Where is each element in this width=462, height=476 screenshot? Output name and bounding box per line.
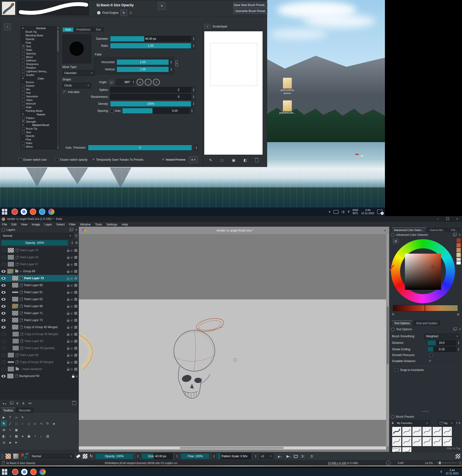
app-chrome[interactable] [21,469,27,475]
layer-lock-icon[interactable] [67,313,69,315]
instant-preview-checkbox[interactable] [162,158,165,161]
brush-option-item[interactable]: Mirror [21,55,57,59]
angle-spinbox[interactable]: 360° ▲▼ [116,79,135,85]
presets-menu-button[interactable]: ≡▼ [189,156,198,163]
eraser-switch-size-checkbox[interactable] [18,158,22,162]
layer-inherit-alpha-icon[interactable] [74,312,77,315]
layer-alpha-icon[interactable]: α [71,249,72,252]
bucket-icon[interactable]: ◧ [242,157,249,163]
rectangle-tool-icon[interactable]: □ [14,421,19,426]
fade-vertical-spinner[interactable]: ▲▼ [170,67,173,72]
vertical-scrollbar[interactable] [386,234,389,446]
tab-advanced-color-selector[interactable]: Advanced Color Selec... [391,227,426,232]
layer-alpha-icon[interactable]: α [71,332,72,336]
add-layer-button[interactable]: +▼ [2,401,7,405]
brush-option-item[interactable]: Ratio [21,141,57,145]
diameter-slider[interactable]: 40.00 px [110,36,191,42]
calligraphy-tool-icon[interactable]: ✎ [20,414,26,420]
layer-alpha-icon[interactable]: α [71,318,72,322]
color-selector-settings-button[interactable]: ⊟ [393,239,399,244]
layer-lock-icon[interactable] [67,341,69,343]
rect-icon[interactable]: □ [218,157,226,163]
tray-chevron-icon[interactable]: ∧ [329,210,331,213]
color-sampler-tool-icon[interactable]: ◑ [7,433,13,439]
menu-image[interactable]: Image [30,222,43,227]
precision-slider[interactable]: 5 [88,145,192,151]
layer-row[interactable]: Paint Layer 61α [0,289,78,296]
layer-alpha-icon[interactable]: α [71,353,72,357]
measure-tool-icon[interactable]: ∟ [39,433,44,439]
line-tool-icon[interactable]: ╱ [7,421,13,426]
layer-alpha-icon[interactable]: α [71,340,72,343]
option-list-scrollbar[interactable]: ▲ ▼ [56,26,60,149]
dynamic-brush-tool-icon[interactable]: ↻ [45,421,51,426]
density-slider[interactable]: 100% [110,101,191,107]
transform-tool-icon[interactable]: ⊞ [1,427,7,433]
pen-icon[interactable]: ✎ [346,210,351,214]
refresh-colors-icon[interactable]: ↻ [392,313,394,316]
brush-preset-thumbnail[interactable] [432,427,442,436]
menu-settings[interactable]: Settings [104,222,120,227]
bezier-tool-icon[interactable]: ∿ [39,421,44,426]
layer-visibility-toggle[interactable] [1,291,6,294]
chevron-collapsed-icon[interactable]: › [20,368,21,371]
duplicate-layer-button[interactable] [10,402,13,404]
precision-spinner[interactable]: ▲▼ [195,145,198,151]
layer-alpha-icon[interactable]: α [71,305,72,308]
spacing-auto-checkbox[interactable] [110,109,113,112]
reset-rotation-icon[interactable]: ↔ [386,461,391,465]
close-canvas-icon[interactable]: × [384,228,386,232]
float-dock-icon[interactable] [453,328,456,331]
app-krita[interactable] [40,469,46,475]
layer-opacity-spinner[interactable]: ▲▼ [71,240,74,246]
fill-rect-icon[interactable]: ▣ [230,157,237,163]
distance-spinner[interactable]: ▲▼ [457,340,460,345]
brush-preset-thumbnail[interactable] [422,427,432,436]
brush-option-item[interactable]: Blending Mode [21,34,57,37]
layer-alpha-icon[interactable]: α [71,360,72,364]
option-section-header[interactable]: ▼General [21,26,57,30]
tab-auto[interactable]: Auto [62,27,74,32]
spacing-spinner[interactable]: ▲▼ [190,108,194,114]
scratchpad-back-button[interactable]: ‹ [204,24,211,29]
layer-visibility-toggle[interactable] [1,312,6,314]
pattern-swatch[interactable] [5,453,11,459]
chevron-expanded-icon[interactable]: ∨ [20,270,22,273]
option-checkbox[interactable] [22,63,25,66]
history-swatch[interactable] [456,248,461,253]
scratchpad-canvas[interactable] [204,31,263,155]
snapshot-icon[interactable]: S: [299,454,306,458]
brush-preset-thumbnail[interactable] [2,1,15,15]
layer-visibility-toggle[interactable] [1,361,6,364]
brush-preset-thumbnail[interactable] [432,437,442,446]
layer-lock-icon[interactable] [67,285,69,287]
eraser-switch-opacity-checkbox[interactable] [55,158,59,162]
notifications-button[interactable]: 1 [377,210,383,214]
layer-row[interactable]: Paint Layer 62α [0,296,78,303]
layer-visibility-toggle[interactable] [1,249,6,252]
desktop-icon[interactable]: getEASDBb... [276,100,298,114]
minimize-button[interactable]: – [433,217,443,221]
tab-text[interactable]: Text [93,27,103,32]
edit-shapes-tool-icon[interactable]: ▱ [14,414,19,420]
scalable-distance-checkbox[interactable] [429,360,432,363]
move-layer-down-button[interactable]: ∨ [16,401,19,405]
filter-layers-icon[interactable]: ▽ [75,234,77,238]
brush-option-item[interactable]: Value [21,98,57,102]
move-tool-icon[interactable]: + [7,427,13,433]
layer-lock-icon[interactable] [67,334,69,336]
toolbar-opacity-spinner[interactable]: ▲▼ [136,453,139,459]
layer-row[interactable]: Paint Layer 69α [0,352,78,359]
trash-icon[interactable] [253,157,260,163]
layer-lock-icon[interactable] [67,250,69,252]
layer-blend-mode-dropdown[interactable]: Normal▼ [1,233,73,239]
foreground-background-colors[interactable]: ⇄ [21,453,28,459]
layer-alpha-icon[interactable]: α [71,298,72,301]
zoom-tool-icon[interactable]: ◈ [7,439,13,445]
brush-option-item[interactable]: Sharpness [21,62,57,66]
layer-alpha-icon[interactable]: α [76,374,77,378]
zoom-menu-button[interactable] [458,461,462,465]
option-checkbox[interactable] [22,91,25,94]
layer-inherit-alpha-icon[interactable] [74,332,77,336]
layer-visibility-toggle[interactable] [1,263,6,266]
